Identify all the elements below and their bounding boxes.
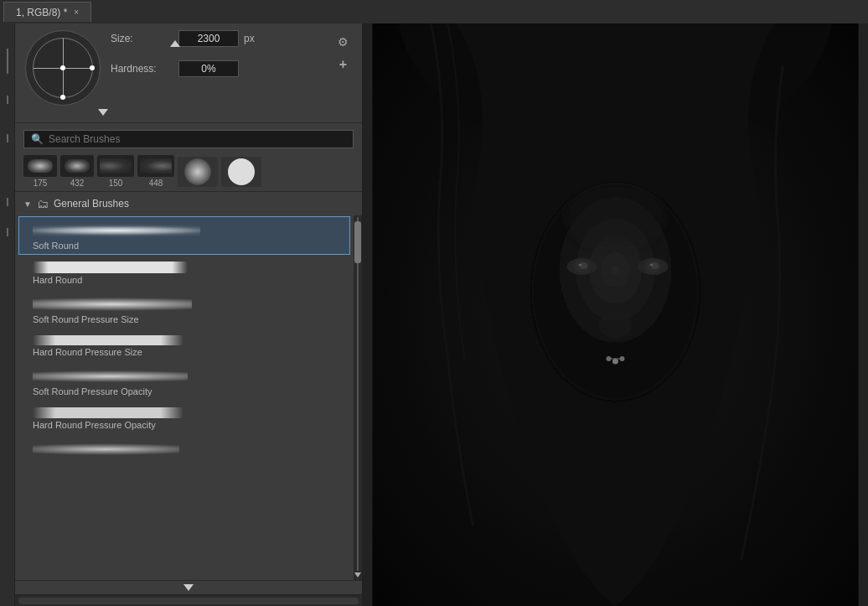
soft-round-stroke [33, 222, 200, 239]
tab-close-button[interactable]: × [74, 8, 79, 17]
folder-icon: 🗂 [37, 197, 49, 210]
size-slider-arrow [170, 40, 180, 47]
group-label: General Brushes [54, 198, 129, 210]
brush-item-hard-pressure-size[interactable]: Hard Round Pressure Size [18, 329, 350, 361]
svg-rect-17 [373, 23, 859, 606]
thumb-stroke-1 [28, 159, 53, 173]
hard-opacity-stroke [33, 407, 183, 418]
toolbar-marker-4 [7, 198, 8, 206]
size-unit: px [244, 33, 255, 44]
brush-list-wrapper: Soft Round Hard Round Soft Round Pressur… [15, 215, 362, 580]
bottom-scrollbar[interactable] [15, 594, 362, 606]
brush-7-stroke [33, 441, 179, 458]
thumb-item-1[interactable]: 175 [23, 155, 57, 188]
hard-round-stroke [33, 262, 188, 273]
thumb-item-2[interactable]: 432 [60, 155, 94, 188]
scrollbar-thumb[interactable] [354, 221, 361, 263]
soft-pressure-stroke [33, 296, 192, 313]
scrollbar-track [357, 217, 359, 571]
brush-name-hard-round: Hard Round [33, 275, 341, 285]
brush-group-header[interactable]: ▼ 🗂 General Brushes [15, 192, 362, 215]
tab-label: 1, RGB/8) * [16, 7, 67, 18]
thumb-preview-3 [97, 155, 134, 177]
thumb-number-1: 175 [34, 179, 48, 188]
brush-item-soft-pressure-size[interactable]: Soft Round Pressure Size [18, 290, 350, 329]
brush-settings: Size: px Hardness: [15, 23, 362, 123]
document-tab[interactable]: 1, RGB/8) * × [3, 2, 91, 22]
brush-item-hard-opacity[interactable]: Hard Round Pressure Opacity [18, 401, 350, 434]
brush-preview-circle [25, 30, 101, 106]
hardness-slider-arrow [98, 109, 108, 116]
brush-name-hard-opacity: Hard Round Pressure Opacity [33, 420, 341, 430]
thumb-number-3: 150 [109, 179, 123, 188]
brush-item-7[interactable] [18, 435, 350, 464]
portrait-image [363, 23, 868, 606]
search-icon: 🔍 [31, 133, 44, 145]
gear-icon[interactable]: ⚙ [338, 35, 349, 49]
thumb-item-4[interactable]: 448 [137, 155, 174, 188]
hardness-label: Hardness: [111, 63, 173, 75]
toolbar-marker-5 [7, 228, 8, 236]
thumb-stroke-4 [140, 158, 172, 174]
brush-params: Size: px Hardness: [111, 30, 324, 79]
thumb-stroke-3 [100, 158, 132, 174]
brush-item-soft-round[interactable]: Soft Round [18, 216, 350, 255]
search-bar[interactable]: 🔍 [23, 130, 354, 148]
left-toolbar [0, 23, 15, 606]
search-input[interactable] [49, 133, 346, 145]
right-controls: ⚙ + [334, 30, 352, 77]
toolbar-marker-3 [7, 134, 8, 142]
brush-item-hard-round[interactable]: Hard Round [18, 256, 350, 289]
hardness-row: Hardness: [111, 60, 324, 77]
thumb-number-4: 448 [149, 179, 163, 188]
toolbar-marker-2 [7, 96, 8, 104]
collapse-icon: ▼ [23, 199, 32, 209]
thumb-number-2: 432 [70, 179, 85, 188]
panel-bottom-arrow [183, 584, 194, 591]
brush-circle-inner [33, 38, 93, 98]
thumb-circle-soft [184, 158, 211, 185]
brush-item-soft-opacity[interactable]: Soft Round Pressure Opacity [18, 362, 350, 401]
scrollbar-down-arrow[interactable] [354, 572, 361, 578]
panel-bottom [15, 580, 362, 594]
thumb-item-6[interactable] [221, 157, 261, 187]
thumb-item-5[interactable] [178, 157, 218, 187]
thumb-preview-1 [23, 155, 57, 177]
thumb-stroke-2 [65, 159, 90, 173]
dot-right [90, 65, 95, 70]
size-row: Size: px [111, 30, 324, 47]
brush-name-soft-round: Soft Round [33, 241, 341, 251]
dot-center [60, 65, 65, 70]
thumb-preview-5 [178, 157, 218, 187]
main-layout: Size: px Hardness: [0, 23, 868, 606]
canvas-area [363, 23, 868, 606]
thumb-circle-hard [228, 158, 255, 185]
brush-thumbnails: 175 432 150 448 [15, 152, 362, 192]
toolbar-marker [7, 49, 8, 74]
soft-opacity-stroke [33, 368, 188, 385]
thumb-item-3[interactable]: 150 [97, 155, 134, 188]
hardness-input[interactable] [178, 60, 239, 77]
size-label: Size: [111, 33, 173, 44]
hard-pressure-stroke [33, 335, 183, 345]
thumb-preview-6 [221, 157, 261, 187]
plus-icon[interactable]: + [339, 57, 347, 72]
tab-bar: 1, RGB/8) * × [0, 0, 868, 23]
brush-name-soft-pressure: Soft Round Pressure Size [33, 314, 341, 324]
size-input[interactable] [178, 30, 239, 47]
brush-list-container: ▼ 🗂 General Brushes Soft Round Hard Roun… [15, 192, 362, 606]
scrollbar[interactable] [354, 215, 362, 580]
brush-name-soft-opacity: Soft Round Pressure Opacity [33, 386, 341, 396]
bottom-scroll-track [18, 598, 359, 604]
brush-name-hard-pressure: Hard Round Pressure Size [33, 347, 341, 357]
hardness-slider-row [98, 109, 352, 116]
thumb-preview-4 [137, 155, 174, 177]
dot-bottom [60, 95, 65, 100]
brush-list-scroll[interactable]: Soft Round Hard Round Soft Round Pressur… [15, 215, 354, 580]
brush-panel: Size: px Hardness: [15, 23, 363, 606]
left-tool-1[interactable] [2, 30, 13, 35]
thumb-preview-2 [60, 155, 94, 177]
